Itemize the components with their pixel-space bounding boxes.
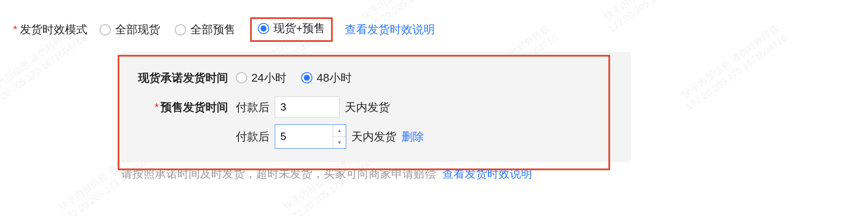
radio-label: 24小时 xyxy=(251,70,286,86)
presale-suffix: 天内发货 xyxy=(345,100,390,115)
highlight-box-panel: 现货承诺发货时间 24小时 48小时 *预售发货时间 xyxy=(120,52,631,181)
instock-radio-48h[interactable]: 48小时 xyxy=(301,70,352,86)
presale-field-1: 付款后 天内发货 xyxy=(236,96,390,118)
radio-dot xyxy=(175,24,186,35)
presale-days-stepper[interactable]: ▲ ▼ xyxy=(275,124,346,149)
instock-promise-row: 现货承诺发货时间 24小时 48小时 xyxy=(133,65,618,91)
radio-dot xyxy=(236,72,247,83)
presale-row-2: 付款后 ▲ ▼ 天内发货 删除 xyxy=(133,124,618,149)
shipping-mode-label: * 发货时效模式 xyxy=(13,22,87,37)
required-star: * xyxy=(13,23,17,36)
highlight-box-mixed-mode: 现货+预售 xyxy=(250,17,333,42)
radio-label: 全部预售 xyxy=(190,22,235,37)
radio-dot xyxy=(258,23,269,34)
radio-label: 48小时 xyxy=(317,70,352,86)
view-shipping-policy-link-2[interactable]: 查看发货时效说明 xyxy=(442,166,532,181)
delete-presale-row-link[interactable]: 删除 xyxy=(402,129,424,144)
instock-promise-label: 现货承诺发货时间 xyxy=(133,70,228,86)
presale-prefix: 付款后 xyxy=(236,129,270,144)
shipping-hint-text: 请按照承诺时间及时发货，超时未发货，买家可向商家申请赔偿 xyxy=(121,166,436,181)
mode-label-text: 发货时效模式 xyxy=(20,22,87,37)
mode-radio-all-instock[interactable]: 全部现货 xyxy=(100,22,160,37)
presale-field-2: 付款后 ▲ ▼ 天内发货 删除 xyxy=(236,124,424,149)
presale-label: *预售发货时间 xyxy=(133,100,228,115)
stepper-arrows: ▲ ▼ xyxy=(333,125,346,148)
shipping-hint-row: 请按照承诺时间及时发货，超时未发货，买家可向商家申请赔偿 查看发货时效说明 xyxy=(121,166,631,181)
instock-promise-radio-group: 24小时 48小时 xyxy=(236,70,352,86)
radio-label: 全部现货 xyxy=(115,22,160,37)
presale-days-input-1[interactable] xyxy=(275,96,340,118)
required-star: * xyxy=(154,101,159,114)
radio-dot xyxy=(301,72,312,83)
presale-row-1: *预售发货时间 付款后 天内发货 xyxy=(133,94,618,120)
stepper-down-icon[interactable]: ▼ xyxy=(333,137,346,149)
presale-prefix: 付款后 xyxy=(236,100,270,115)
view-shipping-policy-link[interactable]: 查看发货时效说明 xyxy=(345,22,435,37)
presale-suffix: 天内发货 xyxy=(351,129,396,144)
shipping-settings-panel: 现货承诺发货时间 24小时 48小时 *预售发货时间 xyxy=(120,52,631,162)
stepper-up-icon[interactable]: ▲ xyxy=(333,125,346,137)
shipping-mode-radio-group: 全部现货 全部预售 现货+预售 xyxy=(100,17,333,42)
instock-radio-24h[interactable]: 24小时 xyxy=(236,70,286,86)
mode-radio-mixed[interactable]: 现货+预售 xyxy=(258,21,325,36)
presale-days-input-2[interactable] xyxy=(275,125,333,148)
shipping-mode-row: * 发货时效模式 全部现货 全部预售 现货+预售 查看发货时效说明 xyxy=(13,17,855,42)
mode-radio-all-presale[interactable]: 全部预售 xyxy=(175,22,235,37)
radio-dot xyxy=(100,24,111,35)
radio-label: 现货+预售 xyxy=(273,21,325,36)
